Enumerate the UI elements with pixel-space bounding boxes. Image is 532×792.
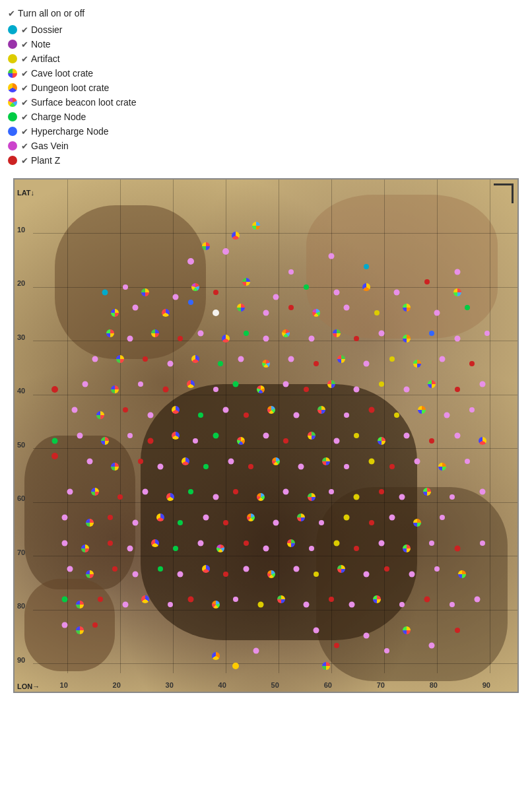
map-dot <box>67 489 73 495</box>
turn-all-label: Turn all on or off <box>18 8 84 18</box>
map-dot <box>369 407 375 413</box>
map-dot <box>252 222 260 230</box>
map-dot <box>143 356 148 362</box>
legend-item-hypercharge[interactable]: ✔ Hypercharge Node <box>8 124 524 139</box>
map-dot <box>304 387 309 392</box>
map-dot <box>449 602 455 607</box>
map-dot <box>91 488 99 496</box>
map-dot <box>379 381 384 387</box>
map-dot <box>428 380 436 388</box>
map-dot <box>123 284 128 290</box>
map-dot <box>399 494 405 500</box>
map-dot <box>404 387 410 393</box>
map-dot <box>178 336 183 341</box>
map-dot <box>228 458 234 464</box>
grid-h6 <box>33 502 517 503</box>
hypercharge-label: Hypercharge Node <box>31 126 109 137</box>
legend-item-dungeon-loot[interactable]: ✔ Dungeon loot crate <box>8 81 524 95</box>
legend-item-plant-z[interactable]: ✔ Plant Z <box>8 153 524 168</box>
map-dot <box>322 457 330 465</box>
map-dot <box>267 406 275 414</box>
turn-all-checkmark: ✔ <box>8 9 15 18</box>
lon-30: 30 <box>166 681 174 689</box>
map-dot <box>108 541 113 546</box>
legend-item-gas-vein[interactable]: ✔ Gas Vein <box>8 139 524 153</box>
map-dot <box>458 570 466 578</box>
map-dot <box>384 566 389 572</box>
lat-70: 70 <box>17 548 25 556</box>
lat-40: 40 <box>17 387 25 395</box>
map-dot <box>187 380 195 388</box>
map-dot <box>272 457 280 465</box>
map-dot <box>213 494 218 500</box>
map-dot <box>197 330 203 336</box>
map-dot <box>102 289 108 295</box>
map-dot <box>223 520 228 525</box>
charge-node-icon <box>8 112 17 121</box>
legend-item-dossier[interactable]: ✔ Dossier <box>8 22 524 37</box>
map-dot <box>198 412 203 418</box>
map-dot <box>127 545 133 551</box>
note-checkmark: ✔ <box>21 40 28 50</box>
map-dot <box>399 602 405 607</box>
gas-vein-icon <box>8 141 17 150</box>
map-dot <box>267 570 275 578</box>
map-dot <box>343 515 349 521</box>
map-dot <box>263 433 269 439</box>
map-dot <box>162 309 170 317</box>
map-dot <box>465 459 470 464</box>
legend-item-surface-beacon[interactable]: ✔ Surface beacon loot crate <box>8 95 524 110</box>
map-dot <box>429 331 434 336</box>
map-dot <box>172 406 180 414</box>
map-dot <box>138 459 143 464</box>
map-dot <box>62 622 68 628</box>
dossier-icon <box>8 25 17 34</box>
turn-all-item[interactable]: ✔ Turn all on or off <box>8 5 524 22</box>
map-dot <box>354 387 360 393</box>
map-container[interactable]: LAT↓ 10 20 30 40 50 60 70 80 90 LON→ 10 … <box>13 178 519 693</box>
map-dot <box>308 335 314 341</box>
map-dot <box>222 248 229 255</box>
map-dot <box>379 540 385 546</box>
map-dot <box>479 381 485 387</box>
map-dot <box>191 355 199 363</box>
legend-item-charge-node[interactable]: ✔ Charge Node <box>8 110 524 124</box>
map-dot <box>138 381 143 387</box>
map-dot <box>157 463 163 469</box>
map-dot <box>111 385 119 393</box>
map-dot <box>244 331 249 336</box>
map-dot <box>414 458 420 464</box>
map-dot <box>429 643 435 649</box>
map-dot <box>277 595 285 603</box>
legend-item-artifact[interactable]: ✔ Artifact <box>8 51 524 66</box>
map-dot <box>434 566 440 572</box>
map-dot <box>344 412 349 418</box>
grid-h7 <box>33 556 517 556</box>
map-dot <box>77 433 83 439</box>
map-dot <box>469 407 475 412</box>
map-dot <box>263 545 269 551</box>
legend-item-note[interactable]: ✔ Note <box>8 37 524 51</box>
map-dot <box>253 647 259 653</box>
lat-10: 10 <box>17 226 25 234</box>
map-dot <box>480 541 485 546</box>
dossier-checkmark: ✔ <box>21 25 28 35</box>
lon-title: LON→ <box>17 682 40 690</box>
charge-node-label: Charge Node <box>31 112 86 122</box>
map-dot <box>379 489 384 494</box>
map-dot <box>197 540 203 546</box>
map-dot <box>147 438 153 444</box>
terrain-mid-left <box>24 436 135 589</box>
legend-item-cave-loot[interactable]: ✔ Cave loot crate <box>8 66 524 81</box>
lon-10: 10 <box>60 681 68 689</box>
map-dot <box>404 433 410 439</box>
map-dot <box>409 571 415 577</box>
map-dot <box>384 648 389 653</box>
note-label: Note <box>31 39 51 50</box>
map-dot <box>233 489 238 494</box>
map-dot <box>117 494 123 500</box>
map-dot <box>379 330 385 336</box>
map-dot <box>173 546 178 551</box>
map-dot <box>304 284 309 290</box>
map-dot <box>303 602 309 608</box>
